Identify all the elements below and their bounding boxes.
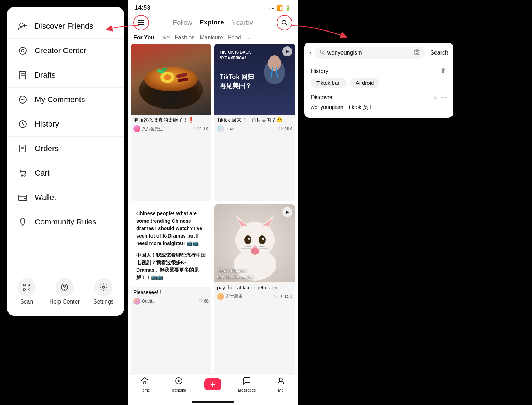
nav-messages[interactable]: Messages [236,377,257,392]
tab-follow[interactable]: Follow [173,17,192,28]
text-author-avatar [133,298,140,305]
sidebar-item-community-rules[interactable]: Community Rules [7,210,124,234]
discover-header: Discover ○ ··· [311,94,447,101]
discover-item-1[interactable]: tiktok 员工 [349,104,373,111]
author-avatar [133,125,140,132]
discover-refresh-icon[interactable]: ○ [434,94,438,101]
svg-point-11 [22,99,23,100]
sidebar-item-drafts[interactable]: Drafts [7,63,124,88]
text-card-meta: Odette ♡ 68 [133,298,209,305]
feed-card-text[interactable]: Chinese people! What are some trending C… [131,204,211,374]
cat-card-meta: 芝士薯条 ♡ 103.5K [217,293,292,300]
food-image [131,44,211,115]
feed-card-food[interactable]: 泡面这么做真的太绝了！❗ 八爪鱼先生 ♡ 11.1K [131,44,211,201]
food-card-author: 八爪鱼先生 [133,125,163,132]
discover-more-icon[interactable]: ··· [442,94,447,101]
tiktok-author-avatar [217,125,224,132]
food-card-likes: ♡ 11.1K [193,126,209,131]
plus-icon[interactable]: + [204,378,221,390]
orders-label: Orders [35,144,59,153]
food-likes-count: 11.1K [198,126,209,131]
cat-overlay-text: Tiktok refugeespay up your cat tax [217,267,292,280]
nav-home-label: Home [139,388,150,392]
tiktok-author-name: isaac [226,126,235,131]
sidebar-item-history[interactable]: History [7,112,124,137]
sidebar-item-creator-center[interactable]: Creator Center [7,39,124,63]
svg-text:BYE AMERICA?: BYE AMERICA? [220,56,246,60]
play-icon: ▶ [282,46,292,56]
cart-label: Cart [35,168,50,178]
heart-icon-2: ♡ [276,126,280,131]
sidebar-item-wallet[interactable]: Wallet [7,185,124,210]
left-arrow [104,18,146,40]
wallet-label: Wallet [35,193,56,202]
history-tag-0[interactable]: Tiktok ban [311,78,347,88]
svg-point-0 [20,23,23,27]
me-icon [277,377,285,387]
svg-rect-26 [23,289,25,290]
discover-item-0[interactable]: wonyoungism [311,104,343,111]
history-delete-icon[interactable]: 🗑 [440,67,447,75]
sidebar-item-cart[interactable]: Cart [7,161,124,185]
discover-actions: ○ ··· [434,94,447,101]
settings-label: Settings [93,299,114,305]
text-post-zh: 中国人！我应该看哪些流行中国电视剧？我看过很多K-Dramas，但我需要更多的见… [136,251,206,281]
history-tags: Tiktok ban Airdroid [311,78,447,88]
camera-icon[interactable] [414,49,420,56]
cart-icon [17,167,28,179]
creator-center-icon [17,45,28,56]
cat-live[interactable]: Live [159,34,170,41]
discover-friends-label: Discover Friends [35,22,93,31]
cat-manicure[interactable]: Manicure [200,34,223,41]
feed-card-cat[interactable]: Tiktok refugeespay up your cat tax ▶ pay… [214,204,295,374]
tiktok-card-info: Tiktok 回来了，再见美国？🙂 isaac ♡ 22.9K [214,115,295,134]
sidebar-item-orders[interactable]: Orders [7,137,124,161]
tab-nearby[interactable]: Nearby [231,17,253,28]
status-bar: 14:53 ···· 📶 🔋 [128,0,298,13]
tiktok-image: TIKTOK IS BACK BYE AMERICA? TikTok 回归 再见… [214,44,295,115]
topbar-tabs: Follow Explore Nearby [173,17,253,28]
svg-point-31 [102,286,105,288]
settings-button[interactable]: Settings [93,278,114,305]
nav-trending[interactable]: Trending [168,377,189,392]
cat-fashion[interactable]: Fashion [174,34,195,41]
home-bar [192,401,234,403]
wallet-icon [17,192,28,203]
discover-friends-icon [17,21,28,32]
svg-point-3 [19,47,26,54]
cat-play-icon: ▶ [282,207,292,217]
tiktok-card-title: Tiktok 回来了，再见美国？🙂 [217,117,292,123]
svg-point-21 [24,175,25,176]
help-center-icon [55,278,74,296]
tab-explore[interactable]: Explore [199,17,224,28]
text-card-likes: ♡ 68 [199,299,209,304]
scan-button[interactable]: Scan [17,278,36,305]
discover-items: wonyoungism tiktok 员工 [311,104,447,111]
cat-food[interactable]: Food [228,34,241,41]
discover-title: Discover [311,94,333,101]
drafts-icon [17,70,28,81]
svg-point-58 [244,235,251,244]
svg-rect-25 [28,284,30,286]
svg-point-48 [268,55,281,71]
history-tag-1[interactable]: Airdroid [350,78,380,88]
cat-card-author: 芝士薯条 [217,293,243,300]
category-chevron[interactable]: ⌄ [246,34,251,41]
status-time: 14:53 [135,4,150,11]
nav-home[interactable]: Home [134,377,155,392]
discover-section: Discover ○ ··· wonyoungism tiktok 员工 [304,89,453,112]
text-post-en: Chinese people! What are some trending C… [136,210,206,247]
help-center-button[interactable]: Help Center [49,278,79,305]
scan-label: Scan [20,299,33,305]
sidebar-item-my-comments[interactable]: My Comments [7,88,124,112]
signal-icon: ···· [269,5,275,11]
search-submit-button[interactable]: Search [428,50,448,56]
cat-card-info: pay the cat tax,or get eaten! 芝士薯条 ♡ 103… [214,282,295,302]
text-author-name: Odette [142,299,155,304]
nav-me[interactable]: Me [270,377,292,392]
nav-plus[interactable]: + [202,378,223,390]
community-rules-icon [17,216,28,228]
svg-point-30 [64,289,65,290]
svg-rect-23 [24,198,26,199]
feed-card-tiktok[interactable]: TIKTOK IS BACK BYE AMERICA? TikTok 回归 再见… [214,44,295,201]
